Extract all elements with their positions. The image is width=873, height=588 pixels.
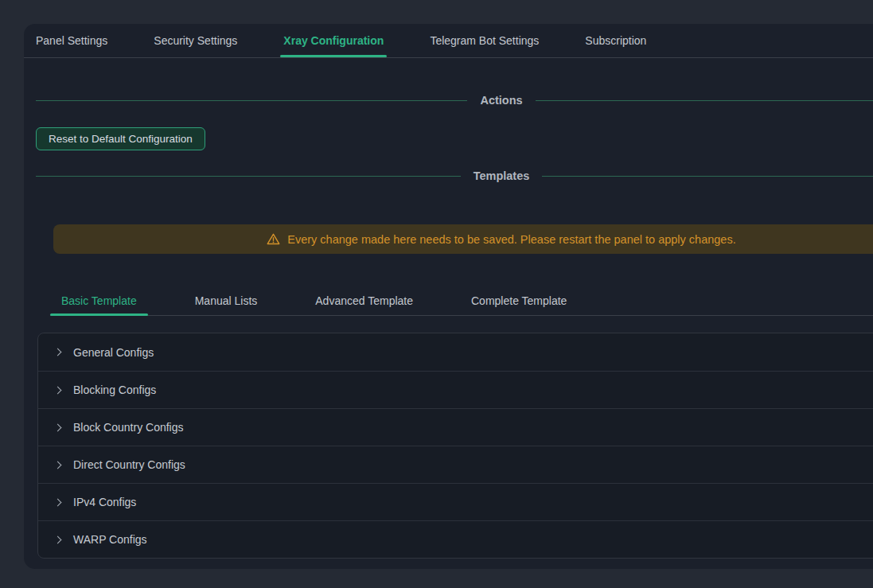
warning-alert-message: Every change made here needs to be saved… <box>287 233 735 246</box>
accordion-label: WARP Configs <box>73 533 147 546</box>
tab-manual-lists[interactable]: Manual Lists <box>184 286 269 315</box>
accordion-ipv4-configs[interactable]: IPv4 Configs <box>38 483 873 520</box>
actions-divider: Actions <box>36 94 873 107</box>
xray-configuration-panel: Actions Reset to Default Configuration T… <box>24 94 873 559</box>
tab-basic-template[interactable]: Basic Template <box>50 286 148 315</box>
tab-complete-template[interactable]: Complete Template <box>460 286 578 315</box>
templates-section-title: Templates <box>474 169 530 182</box>
chevron-right-icon <box>54 498 62 506</box>
accordion-label: Direct Country Configs <box>73 458 185 471</box>
chevron-right-icon <box>54 386 62 394</box>
warning-alert: Every change made here needs to be saved… <box>53 224 873 254</box>
chevron-right-icon <box>54 535 62 543</box>
accordion-blocking-configs[interactable]: Blocking Configs <box>38 371 873 408</box>
warning-triangle-icon <box>267 232 280 246</box>
accordion-block-country-configs[interactable]: Block Country Configs <box>38 408 873 446</box>
main-tabbar: Panel Settings Security Settings Xray Co… <box>24 24 873 58</box>
actions-button-row: Reset to Default Configuration <box>36 127 873 150</box>
settings-card: Panel Settings Security Settings Xray Co… <box>24 24 873 569</box>
actions-section-title: Actions <box>480 94 522 107</box>
accordion-general-configs[interactable]: General Configs <box>38 333 873 371</box>
configs-accordion: General Configs Blocking Configs Block C… <box>37 333 873 559</box>
accordion-label: Blocking Configs <box>73 384 156 396</box>
tab-xray-configuration[interactable]: Xray Configuration <box>283 24 384 57</box>
accordion-label: Block Country Configs <box>73 421 184 434</box>
accordion-label: IPv4 Configs <box>73 496 136 508</box>
tab-advanced-template[interactable]: Advanced Template <box>304 286 424 315</box>
accordion-direct-country-configs[interactable]: Direct Country Configs <box>38 446 873 483</box>
reset-to-default-button[interactable]: Reset to Default Configuration <box>36 127 205 150</box>
tab-panel-settings[interactable]: Panel Settings <box>36 24 107 57</box>
template-tabbar: Basic Template Manual Lists Advanced Tem… <box>50 286 873 316</box>
chevron-right-icon <box>54 461 62 469</box>
chevron-right-icon <box>54 423 62 431</box>
tab-security-settings[interactable]: Security Settings <box>154 24 237 57</box>
tab-telegram-bot-settings[interactable]: Telegram Bot Settings <box>430 24 539 57</box>
templates-divider: Templates <box>36 169 873 182</box>
accordion-warp-configs[interactable]: WARP Configs <box>38 520 873 558</box>
tab-subscription[interactable]: Subscription <box>585 24 646 57</box>
accordion-label: General Configs <box>73 346 154 359</box>
chevron-right-icon <box>54 349 62 356</box>
